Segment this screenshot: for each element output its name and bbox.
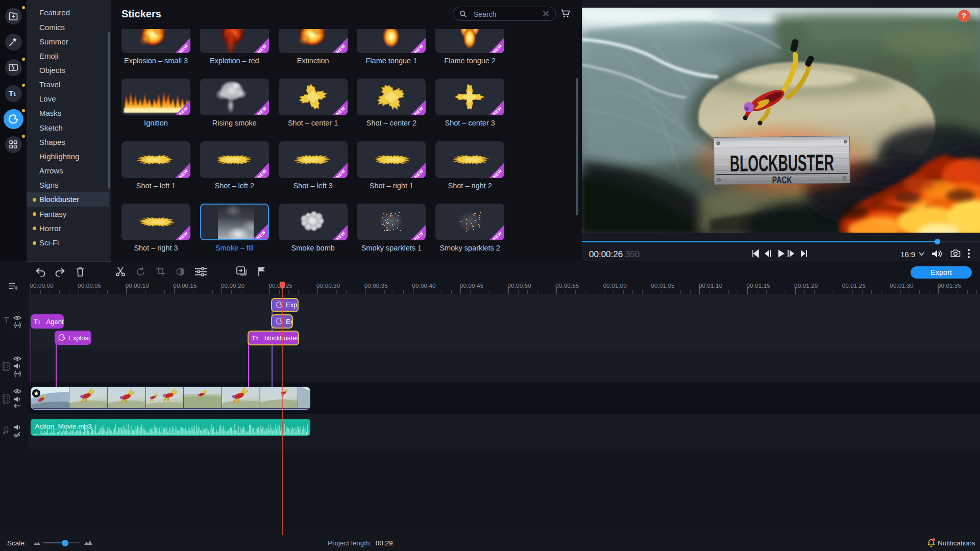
svg-text:t: t: [38, 319, 40, 325]
svg-text:T: T: [34, 318, 38, 325]
svg-text:PACK: PACK: [772, 174, 792, 185]
svg-text:BLOCKBUSTER: BLOCKBUSTER: [730, 149, 835, 177]
svg-text:T: T: [252, 334, 256, 342]
svg-text:t: t: [256, 336, 258, 341]
svg-text:T: T: [9, 89, 13, 97]
svg-text:t: t: [14, 91, 16, 97]
